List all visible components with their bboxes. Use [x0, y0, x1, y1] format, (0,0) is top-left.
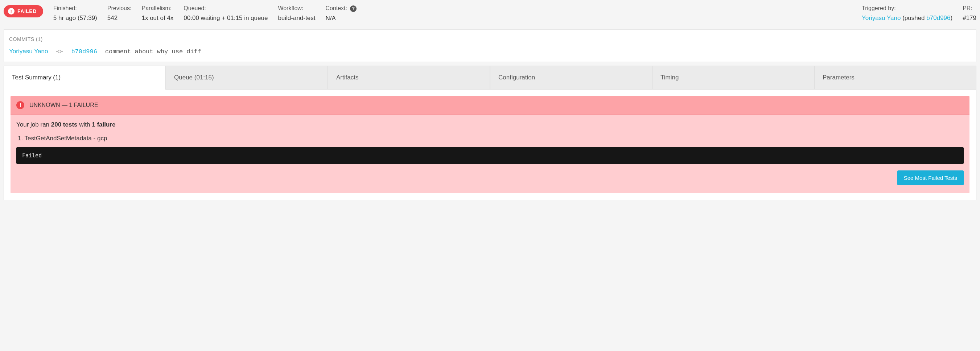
exclamation-icon: !	[8, 8, 14, 14]
commits-title: COMMITS (1)	[9, 36, 971, 42]
alert-heading: ! UNKNOWN — 1 FAILURE	[11, 96, 969, 114]
commit-hash-link[interactable]: b70d996	[926, 14, 950, 21]
commits-panel: COMMITS (1) Yoriyasu Yano b70d996 commen…	[4, 29, 976, 62]
exclamation-icon: !	[16, 101, 24, 109]
summary-line: Your job ran 200 tests with 1 failure	[16, 121, 964, 129]
context-value[interactable]: N/A	[325, 15, 356, 22]
tab-queue[interactable]: Queue (01:15)	[166, 66, 328, 90]
meta-label: Context: ?	[325, 5, 356, 12]
tab-test-summary[interactable]: Test Summary (1)	[4, 66, 166, 90]
see-most-failed-button[interactable]: See Most Failed Tests	[897, 170, 964, 185]
commit-icon	[56, 49, 63, 54]
parallelism-link[interactable]: 1x out of 4x	[142, 14, 173, 22]
context-label-text: Context:	[325, 5, 347, 11]
button-row: See Most Failed Tests	[16, 170, 964, 185]
tab-timing[interactable]: Timing	[652, 66, 814, 90]
tab-parameters[interactable]: Parameters	[814, 66, 976, 90]
meta-value: 00:00 waiting + 01:15 in queue	[183, 14, 268, 22]
alert-body: Your job ran 200 tests with 1 failure 1.…	[11, 114, 969, 193]
alert-heading-text: UNKNOWN — 1 FAILURE	[29, 102, 98, 108]
commit-message: comment about why use diff	[105, 48, 201, 55]
help-icon[interactable]: ?	[350, 5, 356, 12]
tests-count: 200 tests	[51, 121, 78, 128]
commit-hash-link[interactable]: b70d996	[71, 48, 97, 55]
workflow-link[interactable]: build-and-test	[278, 14, 315, 22]
meta-label: Previous:	[107, 5, 132, 12]
commit-row: Yoriyasu Yano b70d996 comment about why …	[9, 48, 971, 55]
job-header: ! FAILED Finished: 5 hr ago (57:39) Prev…	[0, 0, 980, 26]
meta-label: Finished:	[53, 5, 97, 12]
failure-alert: ! UNKNOWN — 1 FAILURE Your job ran 200 t…	[11, 96, 969, 193]
triggered-value: Yoriyasu Yano (pushed b70d996)	[862, 14, 953, 22]
meta-parallelism: Parallelism: 1x out of 4x	[142, 5, 173, 22]
meta-label: Queued:	[183, 5, 268, 12]
pr-link[interactable]: #179	[963, 14, 976, 22]
failed-test-item: 1. TestGetAndSetMetadata - gcp	[18, 135, 964, 142]
meta-previous: Previous: 542	[107, 5, 132, 22]
pushed-text: (pushed	[900, 14, 926, 21]
failure-output: Failed	[16, 147, 964, 164]
tabs-container: Test Summary (1) Queue (01:15) Artifacts…	[4, 66, 976, 200]
summary-prefix: Your job ran	[16, 121, 51, 128]
summary-mid: with	[78, 121, 92, 128]
failure-count: 1 failure	[92, 121, 115, 128]
svg-point-0	[58, 50, 61, 53]
meta-triggered: Triggered by: Yoriyasu Yano (pushed b70d…	[862, 5, 953, 22]
tab-content: ! UNKNOWN — 1 FAILURE Your job ran 200 t…	[4, 90, 976, 200]
meta-label: Parallelism:	[142, 5, 173, 12]
author-link[interactable]: Yoriyasu Yano	[862, 14, 900, 21]
meta-workflow: Workflow: build-and-test	[278, 5, 315, 22]
meta-finished: Finished: 5 hr ago (57:39)	[53, 5, 97, 22]
meta-value: 5 hr ago (57:39)	[53, 14, 97, 22]
tab-configuration[interactable]: Configuration	[490, 66, 652, 90]
meta-pr: PR: #179	[963, 5, 976, 22]
previous-link[interactable]: 542	[107, 14, 132, 22]
meta-queued: Queued: 00:00 waiting + 01:15 in queue	[183, 5, 268, 22]
meta-context: Context: ? N/A	[325, 5, 356, 22]
meta-label: PR:	[963, 5, 976, 12]
meta-label: Triggered by:	[862, 5, 953, 12]
meta-label: Workflow:	[278, 5, 315, 12]
close-paren: )	[951, 14, 953, 21]
status-badge: ! FAILED	[4, 5, 43, 17]
tab-artifacts[interactable]: Artifacts	[328, 66, 490, 90]
status-label: FAILED	[18, 8, 37, 14]
tabs: Test Summary (1) Queue (01:15) Artifacts…	[4, 66, 976, 90]
commit-author-link[interactable]: Yoriyasu Yano	[9, 48, 48, 55]
